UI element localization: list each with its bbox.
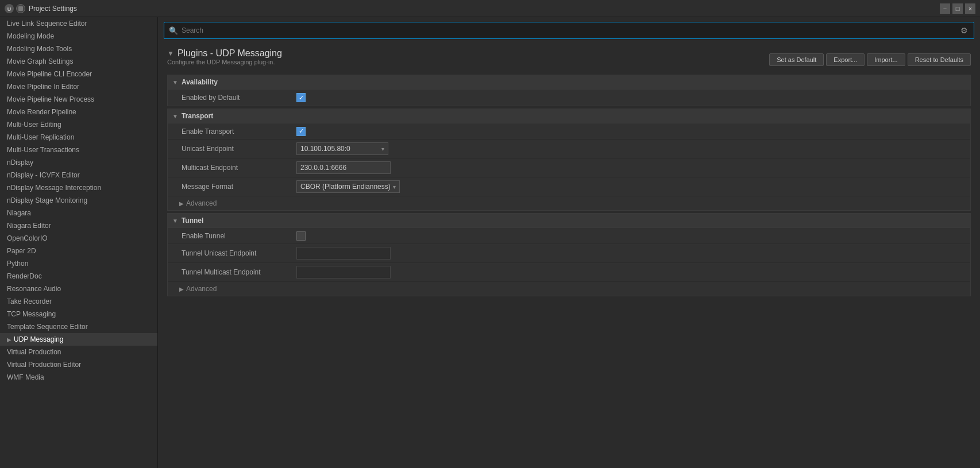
sidebar-label: Movie Pipeline New Process (7, 95, 94, 103)
export-button[interactable]: Export... (826, 53, 865, 66)
sidebar-item-virtual-production[interactable]: Virtual Production (0, 346, 157, 358)
search-container: 🔍 ⚙ (158, 17, 980, 44)
availability-section-header[interactable]: ▼ Availability (168, 75, 970, 90)
sidebar-item-ndisplay-message-interception[interactable]: nDisplay Message Interception (0, 181, 157, 194)
sidebar-item-template-sequence-editor[interactable]: Template Sequence Editor (0, 320, 157, 333)
sidebar-label: Template Sequence Editor (7, 323, 88, 331)
plugin-icon (16, 4, 25, 13)
sidebar-item-wmf-media[interactable]: WMF Media (0, 371, 157, 384)
transport-section-title: Transport (182, 112, 213, 120)
sidebar-item-movie-pipeline-in-editor[interactable]: Movie Pipeline In Editor (0, 80, 157, 93)
sidebar-item-movie-graph-settings[interactable]: Movie Graph Settings (0, 55, 157, 68)
unicast-endpoint-value: 10.100.105.80:0 ▾ (296, 142, 963, 155)
enabled-by-default-label: Enabled by Default (182, 94, 296, 102)
sidebar-label: Niagara (7, 209, 31, 217)
sidebar-label: Virtual Production (7, 348, 61, 356)
sidebar-label: Movie Graph Settings (7, 57, 73, 65)
sidebar-item-renderdoc[interactable]: RenderDoc (0, 270, 157, 283)
enable-tunnel-row: Enable Tunnel ✓ (168, 228, 970, 244)
tunnel-section-header[interactable]: ▼ Tunnel (168, 214, 970, 228)
search-bar: 🔍 ⚙ (164, 22, 974, 39)
unicast-endpoint-label: Unicast Endpoint (182, 145, 296, 153)
transport-advanced-label: Advanced (186, 199, 217, 207)
minimize-button[interactable]: − (940, 3, 950, 14)
message-format-text: CBOR (Platform Endianness) (300, 183, 391, 191)
transport-expand-icon: ▼ (172, 113, 178, 119)
transport-section-header[interactable]: ▼ Transport (168, 109, 970, 123)
transport-advanced-row[interactable]: ▶ Advanced (168, 196, 970, 210)
collapse-arrow-icon[interactable]: ▼ (167, 49, 174, 57)
sidebar-label: Python (7, 260, 28, 268)
sidebar-item-virtual-production-editor[interactable]: Virtual Production Editor (0, 358, 157, 371)
sidebar-item-modeling-mode-tools[interactable]: Modeling Mode Tools (0, 42, 157, 55)
plugin-title: Plugins - UDP Messaging (178, 48, 282, 59)
set-as-default-button[interactable]: Set as Default (769, 53, 824, 66)
window-title: Project Settings (29, 5, 940, 13)
import-button[interactable]: Import... (867, 53, 905, 66)
enabled-by-default-checkbox[interactable]: ✓ (296, 93, 306, 102)
enable-tunnel-value: ✓ (296, 231, 963, 241)
tunnel-multicast-endpoint-row: Tunnel Multicast Endpoint (168, 263, 970, 282)
sidebar-label: TCP Messaging (7, 310, 56, 318)
sidebar-label: nDisplay Stage Monitoring (7, 196, 87, 204)
plugin-title-section: ▼ Plugins - UDP Messaging Configure the … (167, 48, 282, 71)
sidebar-label: Multi-User Editing (7, 121, 61, 129)
search-settings-button[interactable]: ⚙ (959, 25, 969, 36)
sidebar-item-movie-pipeline-cli-encoder[interactable]: Movie Pipeline CLI Encoder (0, 68, 157, 80)
enable-transport-checkbox[interactable]: ✓ (296, 127, 306, 136)
enable-tunnel-checkbox[interactable]: ✓ (296, 231, 306, 241)
enable-transport-row: Enable Transport ✓ (168, 123, 970, 140)
sidebar-item-multi-user-transactions[interactable]: Multi-User Transactions (0, 144, 157, 156)
sidebar-item-live-link-sequence-editor[interactable]: Live Link Sequence Editor (0, 17, 157, 30)
availability-section-body: Enabled by Default ✓ (168, 90, 970, 106)
close-button[interactable]: × (965, 3, 975, 14)
tunnel-unicast-endpoint-row: Tunnel Unicast Endpoint (168, 244, 970, 263)
sidebar-item-resonance-audio[interactable]: Resonance Audio (0, 283, 157, 295)
sidebar-item-ndisplay[interactable]: nDisplay (0, 156, 157, 169)
tunnel-advanced-arrow-icon: ▶ (179, 286, 184, 292)
unicast-endpoint-dropdown[interactable]: 10.100.105.80:0 ▾ (296, 142, 388, 155)
sidebar-item-movie-pipeline-new-process[interactable]: Movie Pipeline New Process (0, 93, 157, 106)
multicast-endpoint-input[interactable] (296, 161, 391, 174)
sidebar-item-ndisplay-stage-monitoring[interactable]: nDisplay Stage Monitoring (0, 194, 157, 207)
sidebar-item-ndisplay-icvfx-editor[interactable]: nDisplay - ICVFX Editor (0, 169, 157, 181)
sidebar-item-niagara[interactable]: Niagara (0, 207, 157, 219)
tunnel-unicast-endpoint-value (296, 247, 963, 260)
sidebar-label: Multi-User Transactions (7, 146, 79, 154)
title-bar: U Project Settings − □ × (0, 0, 980, 17)
sidebar-label: nDisplay Message Interception (7, 184, 101, 192)
enable-tunnel-label: Enable Tunnel (182, 232, 296, 240)
sidebar-label: WMF Media (7, 373, 44, 381)
checkmark-icon: ✓ (299, 95, 304, 101)
sidebar-label: RenderDoc (7, 272, 42, 280)
transport-checkmark-icon: ✓ (299, 128, 304, 134)
enabled-by-default-row: Enabled by Default ✓ (168, 90, 970, 106)
reset-to-defaults-button[interactable]: Reset to Defaults (908, 53, 971, 66)
sidebar-label: nDisplay - ICVFX Editor (7, 171, 80, 179)
sidebar-item-multi-user-editing[interactable]: Multi-User Editing (0, 118, 157, 131)
sidebar-item-modeling-mode[interactable]: Modeling Mode (0, 30, 157, 42)
sidebar-item-niagara-editor[interactable]: Niagara Editor (0, 219, 157, 232)
sidebar-item-tcp-messaging[interactable]: TCP Messaging (0, 308, 157, 320)
tunnel-section-title: Tunnel (182, 216, 203, 225)
sidebar-item-paper2d[interactable]: Paper 2D (0, 245, 157, 257)
availability-section-title: Availability (182, 78, 218, 86)
plugin-title-row: ▼ Plugins - UDP Messaging (167, 48, 282, 59)
tunnel-advanced-row[interactable]: ▶ Advanced (168, 282, 970, 296)
sidebar-item-python[interactable]: Python (0, 257, 157, 270)
plugin-header: ▼ Plugins - UDP Messaging Configure the … (167, 48, 971, 71)
sidebar-item-movie-render-pipeline[interactable]: Movie Render Pipeline (0, 106, 157, 118)
multicast-endpoint-row: Multicast Endpoint (168, 158, 970, 177)
availability-section: ▼ Availability Enabled by Default ✓ (167, 75, 971, 106)
sidebar-item-multi-user-replication[interactable]: Multi-User Replication (0, 131, 157, 144)
sidebar-item-opencolorio[interactable]: OpenColorIO (0, 232, 157, 245)
maximize-button[interactable]: □ (952, 3, 963, 14)
sidebar-label: Niagara Editor (7, 222, 51, 230)
sidebar-item-take-recorder[interactable]: Take Recorder (0, 295, 157, 308)
search-input[interactable] (182, 26, 956, 34)
tunnel-expand-icon: ▼ (172, 218, 178, 224)
message-format-dropdown[interactable]: CBOR (Platform Endianness) ▾ (296, 180, 400, 193)
sidebar-item-udp-messaging[interactable]: ▶ UDP Messaging (0, 333, 157, 346)
tunnel-unicast-endpoint-label: Tunnel Unicast Endpoint (182, 249, 296, 257)
sidebar-label: UDP Messaging (14, 335, 63, 343)
